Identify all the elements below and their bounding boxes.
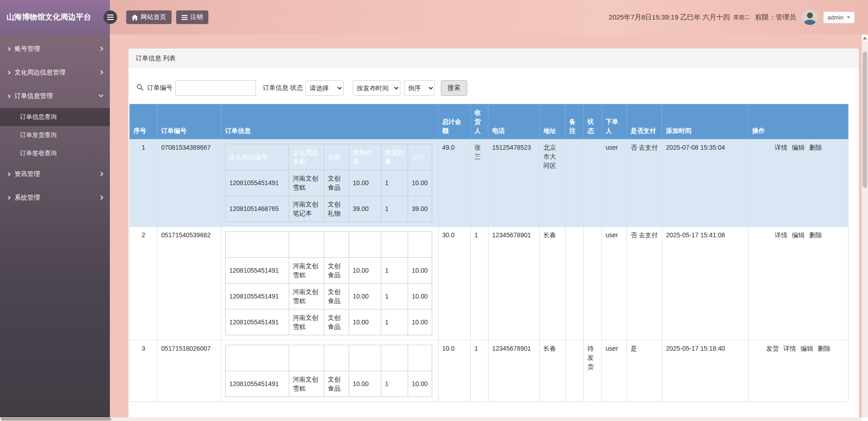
item-col-name: 文化周边名称 [289,144,324,170]
item-col-price: 销售价格 [349,144,381,170]
sidebar-item-culture-info-management[interactable]: 文化周边信息管理 [0,61,110,84]
action-edit[interactable]: 编辑 [792,231,805,239]
cell-status [584,227,602,340]
item-id: 12081051468765 [226,196,289,222]
cell-order-info: 文化周边编号 文化周边名称 分类 销售价格 购买数量 小计 1208105545… [222,139,439,227]
cell-total: 49.0 [439,139,471,227]
user-menu[interactable]: admin [824,12,854,23]
sidebar-item-order-receipt-query[interactable]: 订单签收查询 [0,144,110,162]
paid-flag: 否 [631,231,637,239]
cell-order-info: 文化周边编号 文化周边名称 分类 销售价格 购买数量 小计 1208105545… [222,227,439,340]
col-remark: 备注 [566,104,584,139]
action-delete[interactable]: 删除 [809,144,822,151]
item-name: 河南文创笔记本 [289,196,324,222]
cell-remark [566,340,584,402]
chevron-right-icon [7,196,10,200]
action-delete[interactable]: 删除 [818,345,830,352]
item-category: 文创食品 [324,371,349,397]
menu-toggle-icon[interactable] [104,10,117,24]
action-edit[interactable]: 编辑 [792,144,805,151]
search-toolbar: 订单编号 订单信息 状态 请选择 按发布时间 倒序 搜索 [137,80,859,96]
col-status: 状态 [584,104,602,139]
pay-link[interactable]: 去支付 [639,231,658,239]
item-qty: 1 [381,309,408,335]
pay-link[interactable]: 去支付 [639,144,658,151]
search-icon [137,84,143,92]
item-col-price: 销售价格 [349,345,381,371]
item-category: 文创食品 [324,170,349,196]
cell-receiver: 1 [471,340,488,402]
panel-title: 订单信息 列表 [128,49,859,68]
item-price: 10.00 [349,170,381,196]
sidebar-item-system-management[interactable]: 系统管理 [0,186,110,210]
item-col-qty: 购买数量 [381,144,408,170]
item-id: 12081055451491 [226,284,289,309]
sidebar-item-account-management[interactable]: 账号管理 [0,37,110,61]
order-item-row: 12081055451491 河南文创雪糕 文创食品 10.00 1 10.00 [226,284,432,309]
item-id: 12081055451491 [226,170,289,196]
chevron-right-icon [7,172,10,176]
cell-order-no: 07081534389667 [158,139,222,227]
item-header-row: 文化周边编号 文化周边名称 分类 销售价格 购买数量 小计 [226,144,432,170]
col-order-no: 订单编号 [158,104,222,139]
action-edit[interactable]: 编辑 [800,345,813,352]
col-time: 添加时间 [662,104,749,139]
item-name: 河南文创雪糕 [289,258,324,284]
order-item-row: 12081055451491 河南文创雪糕 文创食品 10.00 1 10.00 [226,258,432,284]
item-subtotal: 10.00 [408,371,432,397]
action-delete[interactable]: 删除 [809,231,822,239]
sidebar-item-order-info-query[interactable]: 订单信息查询 [0,108,110,126]
sidebar-item-order-management[interactable]: 订单信息管理 [0,84,110,108]
item-col-subtotal: 小计 [408,345,432,371]
cell-address: 长春 [540,340,566,402]
item-col-qty: 购买数量 [381,345,408,371]
item-col-category: 分类 [324,232,349,258]
topbar: 山海博物馆文化周边平台 网站首页 注销 2025年7月8日15:39:19 乙巳… [0,0,868,34]
scroll-up-icon[interactable] [862,34,868,41]
logout-button[interactable]: 注销 [176,10,208,24]
action-detail[interactable]: 详情 [775,144,788,151]
sidebar: 账号管理 文化周边信息管理 订单信息管理 订单信息查询 订单发货查询 订单签收查… [0,34,110,417]
order-items-table: 文化周边编号 文化周边名称 分类 销售价格 购买数量 小计 1208105545… [225,144,432,222]
order-no-input[interactable] [175,80,256,96]
item-col-category: 分类 [324,345,349,371]
status-select[interactable]: 请选择 [306,80,344,96]
sort-field-select[interactable]: 按发布时间 [353,80,400,96]
avatar[interactable] [802,9,818,25]
sidebar-subitem-label: 订单签收查询 [20,150,57,157]
cell-time: 2025-05-17 15:41:08 [662,227,749,340]
item-id: 12081055451491 [226,371,289,397]
sort-order-select[interactable]: 倒序 [404,80,435,96]
item-header-row: 文化周边编号 文化周边名称 分类 销售价格 购买数量 小计 [226,232,432,258]
action-ship[interactable]: 发货 [766,345,779,352]
paid-flag: 是 [631,345,637,352]
item-col-subtotal: 小计 [408,144,432,170]
vertical-scrollbar-thumb[interactable] [863,52,867,188]
item-subtotal: 10.00 [408,170,432,196]
item-col-name: 文化周边名称 [289,232,324,258]
sidebar-item-news-management[interactable]: 资讯管理 [0,162,110,186]
sidebar-item-order-shipping-query[interactable]: 订单发货查询 [0,126,110,144]
home-button[interactable]: 网站首页 [126,10,172,24]
table-row: 2 05171540539682 文化周边编号 文化周边名称 分类 销售价格 购… [130,227,848,340]
cell-paid: 否 去支付 [627,227,662,340]
col-actions: 操作 [749,104,848,139]
cell-phone: 12345678901 [488,340,540,402]
item-name: 河南文创雪糕 [289,284,324,309]
vertical-scrollbar[interactable] [862,34,868,417]
order-item-row: 12081055451491 河南文创雪糕 文创食品 10.00 1 10.00 [226,371,432,397]
item-category: 文创食品 [324,258,349,284]
chevron-right-icon [7,71,10,74]
logout-button-label: 注销 [190,13,203,21]
horizontal-scrollbar[interactable] [0,417,862,421]
sidebar-subitem-label: 订单发货查询 [20,132,57,138]
item-name: 河南文创雪糕 [289,170,324,196]
item-category: 文创食品 [324,284,349,309]
item-category: 文创食品 [324,309,349,335]
action-detail[interactable]: 详情 [775,231,788,239]
home-icon [132,15,138,20]
action-detail[interactable]: 详情 [784,345,796,352]
order-items-table: 文化周边编号 文化周边名称 分类 销售价格 购买数量 小计 1208105545… [225,231,432,335]
search-button[interactable]: 搜索 [441,80,467,96]
horizontal-scrollbar-thumb[interactable] [1,418,111,421]
